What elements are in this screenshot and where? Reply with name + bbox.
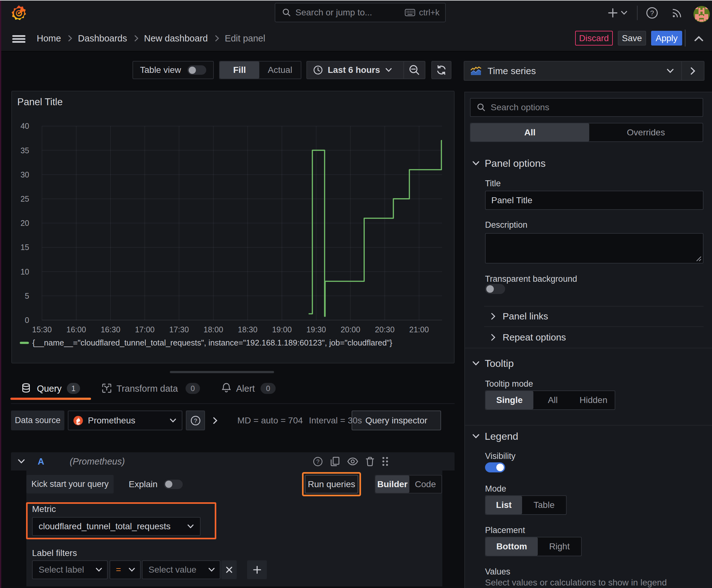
svg-text:21:00: 21:00 [409,325,429,334]
svg-text:10: 10 [20,267,29,276]
svg-text:?: ? [194,417,197,424]
svg-text:30: 30 [20,170,29,179]
svg-text:5: 5 [25,292,29,300]
svg-text:Panel Title: Panel Title [17,97,63,107]
svg-text:19:30: 19:30 [306,325,326,334]
svg-text:17:30: 17:30 [169,325,189,334]
svg-text:40: 40 [20,122,29,130]
svg-text:20:00: 20:00 [341,325,360,334]
svg-text:20: 20 [20,218,29,227]
svg-text:15: 15 [20,243,29,252]
svg-text:15:30: 15:30 [32,325,52,334]
svg-text:20:30: 20:30 [375,325,395,334]
svg-text:16:30: 16:30 [101,325,121,334]
svg-text:16:00: 16:00 [67,325,86,334]
svg-text:0: 0 [25,316,29,324]
svg-text:35: 35 [20,146,29,155]
svg-text:18:30: 18:30 [238,325,258,334]
svg-text:?: ? [316,459,319,465]
svg-text:?: ? [650,9,654,17]
svg-text:19:00: 19:00 [272,325,292,334]
svg-text:25: 25 [20,194,29,203]
svg-text:18:00: 18:00 [203,325,223,334]
svg-text:17:00: 17:00 [135,325,155,334]
